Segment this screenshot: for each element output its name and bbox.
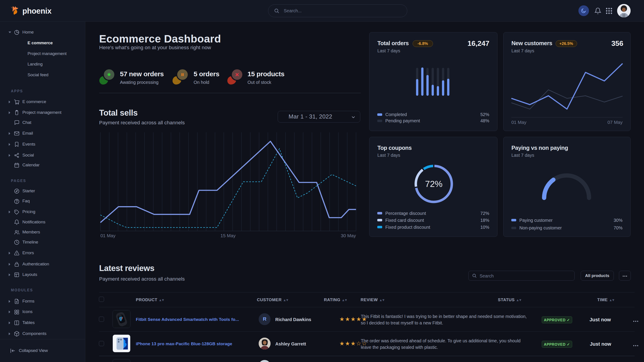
svg-text:30 May: 30 May [341,233,356,238]
svg-text:72%: 72% [425,179,442,189]
svg-text:07 May: 07 May [607,120,622,125]
svg-text:01 May: 01 May [100,233,116,238]
svg-text:15 May: 15 May [220,233,236,238]
svg-text:01 May: 01 May [511,120,526,125]
